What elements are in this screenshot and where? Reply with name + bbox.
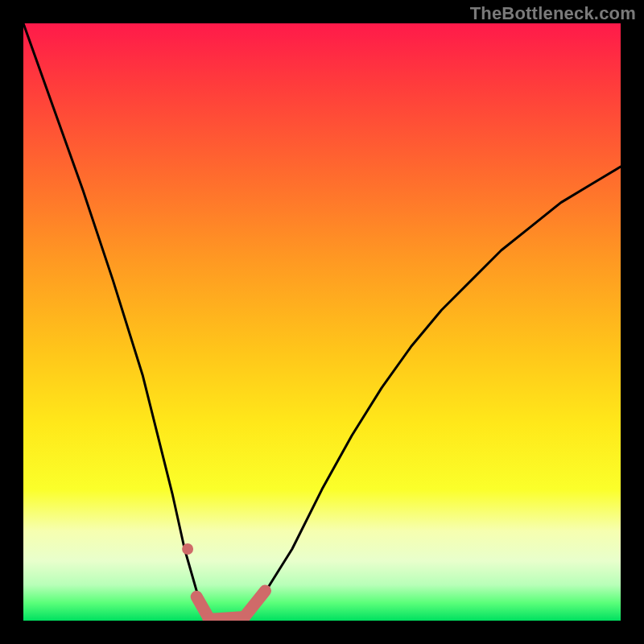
chart-svg-layer — [23, 23, 621, 621]
highlight-marker-dot — [182, 543, 193, 555]
watermark-text: TheBottleneck.com — [470, 3, 636, 24]
highlight-marker-right — [245, 591, 266, 617]
chart-plot-area — [23, 23, 621, 621]
bottleneck-curve-line — [23, 23, 621, 621]
